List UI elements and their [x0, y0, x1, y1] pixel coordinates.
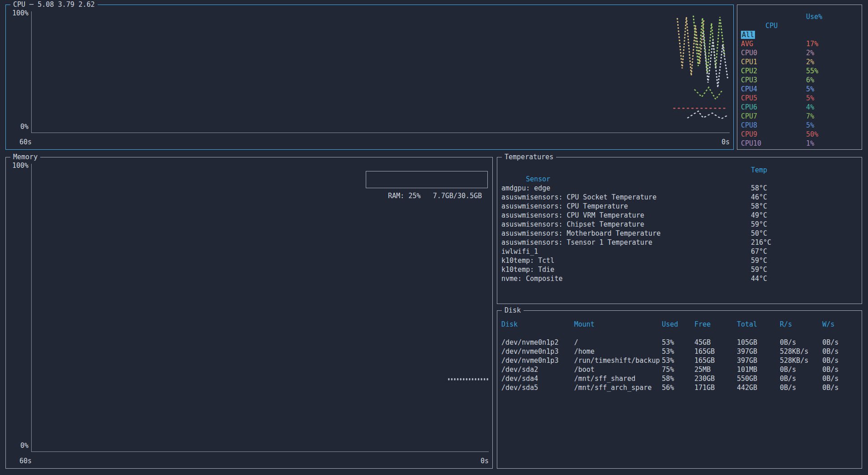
temperatures-panel-title: Temperatures — [502, 152, 556, 162]
cpu-legend-label: AVG — [741, 40, 753, 48]
temp-row[interactable]: iwlwifi_167°C — [497, 247, 862, 256]
disk-row[interactable]: /dev/sda4/mnt/sff_shared58%230GB550GB0B/… — [497, 374, 862, 383]
disk-cell: /dev/nvme0n1p3 — [501, 347, 574, 356]
cpu-legend-label: CPU2 — [741, 67, 757, 75]
temp-value: 46°C — [751, 193, 767, 202]
temp-row[interactable]: asuswmisensors: CPU VRM Temperature49°C — [497, 211, 862, 220]
disk-cell: 105GB — [737, 338, 780, 347]
disk-cell: 0B/s — [822, 347, 862, 356]
disk-row[interactable]: /dev/nvme0n1p3/run/timeshift/backup53%16… — [497, 356, 862, 365]
memory-y-min-label: 0% — [9, 441, 28, 450]
cpu-legend-table: CPU Use% AllAVG17%CPU02%CPU12%CPU255%CPU… — [737, 5, 862, 148]
cpu-legend-row[interactable]: AVG17% — [737, 39, 862, 48]
temperatures-panel[interactable]: Temperatures Sensor Temp amdgpu: edge58°… — [497, 157, 862, 304]
cpu-legend-value: 5% — [806, 85, 814, 94]
temp-rows: amdgpu: edge58°Casuswmisensors: CPU Sock… — [497, 184, 862, 283]
disk-header-mount: Mount — [574, 320, 662, 329]
cpu-y-max-label: 100% — [9, 9, 28, 18]
ram-legend-text: RAM: 25% 7.7GB/30.5GB — [388, 192, 482, 200]
cpu-legend-row[interactable]: CPU45% — [737, 85, 862, 94]
cpu-legend-value: 17% — [806, 39, 818, 48]
temp-value: 58°C — [751, 184, 767, 193]
cpu-legend-row[interactable]: CPU255% — [737, 66, 862, 76]
cpu-legend-row[interactable]: CPU77% — [737, 112, 862, 121]
disk-cell: 230GB — [694, 374, 737, 383]
memory-panel-title: Memory — [10, 152, 40, 162]
disk-cell: 0B/s — [822, 338, 862, 347]
temp-value: 59°C — [751, 220, 767, 229]
disk-header-row: Disk Mount Used Free Total R/s W/s — [497, 320, 862, 329]
cpu-legend-value: 55% — [806, 66, 818, 76]
cpu-legend-row[interactable]: CPU02% — [737, 48, 862, 57]
disk-cell: 101MB — [737, 365, 780, 374]
temp-row[interactable]: k10temp: Tctl59°C — [497, 256, 862, 265]
disk-rows: /dev/nvme0n1p2/53%45GB105GB0B/s0B/s/dev/… — [497, 338, 862, 392]
disk-row[interactable]: /dev/nvme0n1p2/53%45GB105GB0B/s0B/s — [497, 338, 862, 347]
cpu-legend-label: CPU7 — [741, 112, 757, 120]
cpu-legend-row[interactable]: CPU101% — [737, 139, 862, 148]
temp-sensor: iwlwifi_1 — [501, 247, 538, 256]
disk-cell: 25MB — [694, 365, 737, 374]
temp-sensor: asuswmisensors: Tsensor 1 Temperature — [501, 238, 652, 247]
disk-cell: 0B/s — [780, 374, 822, 383]
temp-sensor: asuswmisensors: CPU Temperature — [501, 202, 628, 210]
temp-row[interactable]: asuswmisensors: Tsensor 1 Temperature216… — [497, 238, 862, 247]
cpu-legend-label: CPU9 — [741, 130, 757, 138]
temp-sensor: nvme: Composite — [501, 275, 562, 283]
temp-row[interactable]: asuswmisensors: CPU Temperature58°C — [497, 202, 862, 211]
cpu-legend-row[interactable]: CPU64% — [737, 103, 862, 112]
disk-row[interactable]: /dev/sda2/boot75%25MB101MB0B/s0B/s — [497, 365, 862, 374]
disk-header-disk: Disk — [501, 320, 574, 329]
memory-y-max-label: 100% — [9, 161, 28, 170]
temp-value: 58°C — [751, 202, 767, 211]
cpu-legend-row[interactable]: CPU36% — [737, 76, 862, 85]
disk-cell: 0B/s — [822, 356, 862, 365]
cpu-legend-label: CPU8 — [741, 121, 757, 129]
cpu-legend-row[interactable]: All — [737, 30, 862, 39]
cpu-panel[interactable]: CPU ─ 5.08 3.79 2.62 100% 0% 60s 0s — [5, 5, 734, 150]
temp-row[interactable]: k10temp: Tdie59°C — [497, 265, 862, 274]
cpu-legend-label: CPU4 — [741, 85, 757, 93]
cpu-legend-row[interactable]: CPU55% — [737, 94, 862, 103]
disk-cell: 45GB — [694, 338, 737, 347]
cpu-legend-value: 50% — [806, 130, 818, 139]
memory-x-left-label: 60s — [19, 456, 32, 466]
cpu-legend-label: CPU10 — [741, 139, 761, 147]
cpu-legend-row[interactable]: CPU950% — [737, 130, 862, 139]
cpu-legend-value: 2% — [806, 48, 814, 57]
cpu-legend-panel[interactable]: CPU Use% AllAVG17%CPU02%CPU12%CPU255%CPU… — [737, 5, 862, 150]
disk-cell: 0B/s — [822, 365, 862, 374]
temp-value: 59°C — [751, 256, 767, 265]
disk-cell: 58% — [662, 374, 694, 383]
disk-header-used: Used — [662, 320, 694, 329]
cpu-legend-row[interactable]: CPU12% — [737, 57, 862, 66]
disk-row[interactable]: /dev/sda5/mnt/sff_arch_spare56%171GB442G… — [497, 383, 862, 392]
disk-row[interactable]: /dev/nvme0n1p3/home53%165GB397GB528KB/s0… — [497, 347, 862, 356]
cpu-x-axis-labels: 60s 0s — [19, 138, 730, 147]
temp-row[interactable]: amdgpu: edge58°C — [497, 184, 862, 193]
temp-value: 44°C — [751, 274, 767, 283]
temp-row[interactable]: asuswmisensors: Chipset Temperature59°C — [497, 220, 862, 229]
disk-panel[interactable]: Disk Disk Mount Used Free Total R/s W/s … — [497, 310, 862, 469]
temp-sensor: asuswmisensors: Motherboard Temperature — [501, 229, 660, 238]
disk-header-free: Free — [694, 320, 737, 329]
disk-header-ws: W/s — [822, 320, 862, 329]
cpu-legend-value: 5% — [806, 94, 814, 103]
memory-panel[interactable]: Memory 100% 0% RAM: 25% 7.7GB/30.5GB 60s… — [5, 157, 493, 469]
temp-value: 216°C — [751, 238, 771, 247]
memory-x-axis-labels: 60s 0s — [19, 456, 489, 466]
disk-cell: 0B/s — [780, 365, 822, 374]
disk-spacer — [497, 329, 862, 338]
temp-row[interactable]: asuswmisensors: Motherboard Temperature5… — [497, 229, 862, 238]
temp-sensor: asuswmisensors: CPU Socket Temperature — [501, 193, 656, 201]
disk-cell: /dev/nvme0n1p2 — [501, 338, 574, 347]
disk-cell: 165GB — [694, 347, 737, 356]
temp-row[interactable]: asuswmisensors: CPU Socket Temperature46… — [497, 193, 862, 202]
disk-table: Disk Mount Used Free Total R/s W/s /dev/… — [497, 311, 862, 392]
disk-cell: /dev/nvme0n1p3 — [501, 356, 574, 365]
cpu-legend-row[interactable]: CPU85% — [737, 121, 862, 130]
cpu-legend-rows: AllAVG17%CPU02%CPU12%CPU255%CPU36%CPU45%… — [737, 30, 862, 148]
cpu-legend-header-cpu: CPU — [765, 22, 778, 30]
temp-row[interactable]: nvme: Composite44°C — [497, 274, 862, 283]
cpu-legend-value: 2% — [806, 57, 814, 66]
